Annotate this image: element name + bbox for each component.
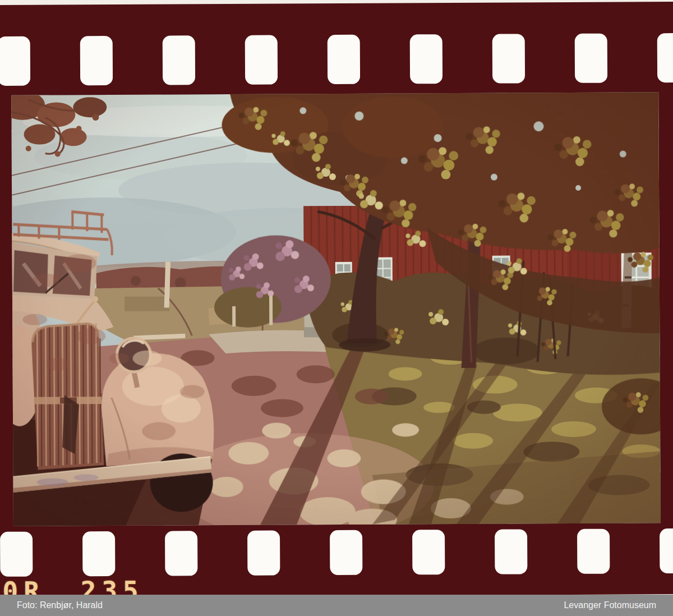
sprocket-hole bbox=[412, 530, 445, 574]
sprocket-hole bbox=[410, 34, 442, 84]
photo-frame bbox=[11, 92, 661, 526]
sprocket-hole bbox=[328, 35, 360, 84]
sprocket-hole bbox=[245, 35, 278, 85]
sprocket-hole bbox=[492, 34, 525, 83]
photographer-credit: Foto: Renbjør, Harald bbox=[17, 600, 103, 610]
sprocket-hole bbox=[0, 532, 33, 577]
photo-artwork bbox=[11, 92, 661, 526]
sprocket-hole bbox=[82, 531, 115, 576]
sprocket-row-top bbox=[0, 2, 673, 5]
sprocket-hole bbox=[165, 531, 197, 576]
museum-credit: Levanger Fotomuseum bbox=[564, 600, 656, 610]
sprocket-hole bbox=[660, 528, 673, 573]
caption-bar: Foto: Renbjør, Harald Levanger Fotomuseu… bbox=[0, 595, 673, 616]
sprocket-hole bbox=[495, 529, 527, 574]
sprocket-hole bbox=[330, 530, 362, 575]
sprocket-hole bbox=[0, 36, 30, 86]
sprocket-hole bbox=[80, 36, 113, 85]
film-strip: 0R 235 bbox=[0, 2, 673, 597]
sprocket-hole bbox=[577, 529, 610, 574]
sprocket-hole bbox=[575, 34, 607, 83]
sprocket-row-bottom bbox=[0, 2, 673, 5]
sprocket-hole bbox=[163, 35, 195, 85]
sprocket-hole bbox=[657, 33, 673, 82]
vignette-overlay bbox=[11, 92, 661, 526]
sprocket-hole bbox=[247, 530, 280, 575]
